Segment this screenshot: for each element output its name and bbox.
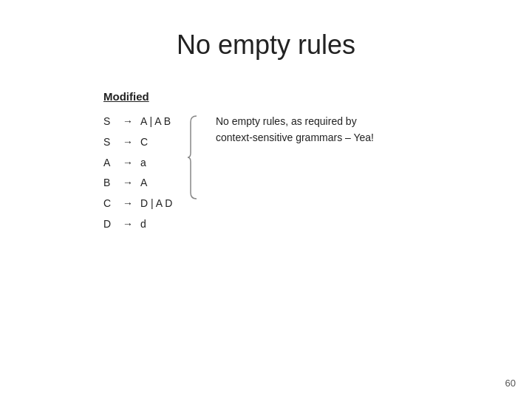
comment-text: No empty rules, as required by context-s…: [216, 113, 393, 146]
rule-arrow: →: [120, 216, 136, 233]
rule-row: C→D | A D: [103, 195, 177, 213]
bracket: [186, 113, 200, 202]
rule-arrow: →: [120, 113, 136, 131]
rule-rhs: d: [140, 216, 177, 233]
modified-label: Modified: [103, 90, 532, 103]
rule-row: A→a: [103, 154, 177, 172]
rule-arrow: →: [120, 134, 136, 151]
rule-arrow: →: [120, 195, 136, 213]
page-number: 60: [505, 378, 516, 389]
rule-rhs: a: [140, 154, 177, 172]
rule-lhs: A: [103, 154, 115, 172]
grammar-section: S→A | A BS→CA→aB→AC→D | A DD→d No empty …: [103, 113, 532, 233]
page-title: No empty rules: [0, 0, 532, 83]
rule-rhs: C: [140, 134, 177, 151]
rule-arrow: →: [120, 154, 136, 172]
rule-lhs: D: [103, 216, 115, 233]
rule-lhs: C: [103, 195, 115, 213]
rule-rhs: D | A D: [140, 195, 177, 213]
rules-block: S→A | A BS→CA→aB→AC→D | A DD→d: [103, 113, 177, 233]
rule-row: D→d: [103, 216, 177, 233]
rule-arrow: →: [120, 174, 136, 192]
rule-lhs: S: [103, 134, 115, 151]
rule-lhs: S: [103, 113, 115, 131]
rule-row: B→A: [103, 174, 177, 192]
rule-rhs: A | A B: [140, 113, 177, 131]
rule-row: S→C: [103, 134, 177, 151]
rule-row: S→A | A B: [103, 113, 177, 131]
rule-lhs: B: [103, 174, 115, 192]
rule-rhs: A: [140, 174, 177, 192]
